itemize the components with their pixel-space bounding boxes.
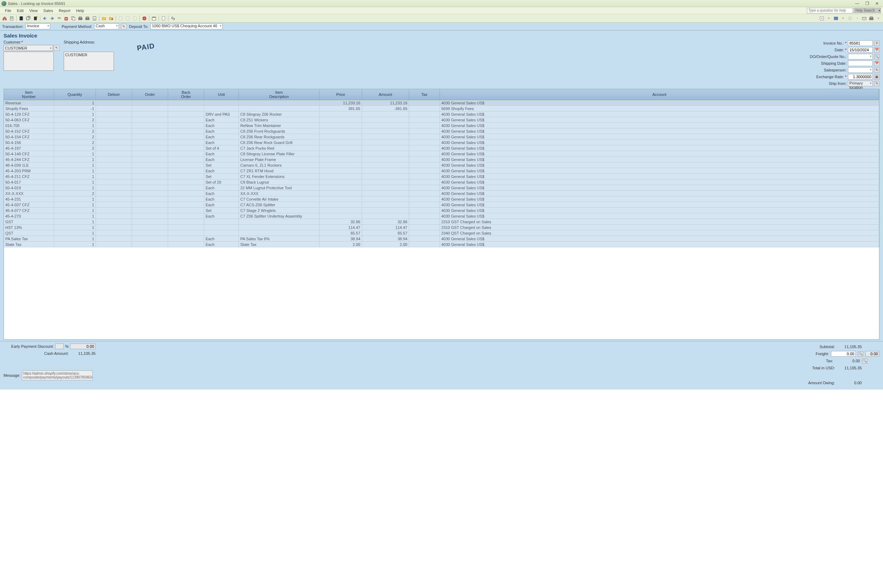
cell-account[interactable]: 4030 General Sales US$ bbox=[440, 236, 879, 241]
col-backorder[interactable]: Back Order bbox=[168, 89, 204, 100]
customer-address-box[interactable] bbox=[3, 52, 54, 71]
cell-backorder[interactable] bbox=[168, 100, 204, 105]
cell-deliver[interactable] bbox=[96, 236, 132, 241]
cell-desc[interactable]: 22 MM Lugnut Protective Tool bbox=[239, 185, 320, 190]
cell-backorder[interactable] bbox=[168, 106, 204, 111]
cell-qty[interactable]: 2 bbox=[54, 191, 96, 196]
cell-tax[interactable] bbox=[409, 151, 440, 156]
cell-account[interactable]: 4030 General Sales US$ bbox=[440, 213, 879, 219]
cell-unit[interactable]: Each bbox=[204, 196, 239, 202]
cell-item[interactable]: 45-4-203 PRM bbox=[4, 168, 54, 173]
freight-lookup-icon[interactable]: 🔍 bbox=[858, 351, 863, 357]
cell-item[interactable]: 50-4-063 CFZ bbox=[4, 117, 54, 122]
cell-unit[interactable]: Each bbox=[204, 191, 239, 196]
table-row[interactable]: 45-4-1972Set of 4C7 Jack Pucks Red4030 G… bbox=[4, 146, 879, 151]
cell-item[interactable]: HST 13% bbox=[4, 225, 54, 230]
cell-desc[interactable]: C7 ACS-Z06 Splitter bbox=[239, 202, 320, 207]
cell-amount[interactable]: 32.86 bbox=[362, 219, 409, 224]
cell-amount[interactable] bbox=[362, 174, 409, 179]
cell-account[interactable]: 2340 QST Charged on Sales bbox=[440, 230, 879, 236]
cell-qty[interactable]: 1 bbox=[54, 213, 96, 219]
cell-amount[interactable] bbox=[362, 208, 409, 213]
cell-price[interactable]: 2.00 bbox=[320, 242, 362, 247]
cell-account[interactable]: 4030 General Sales US$ bbox=[440, 174, 879, 179]
cell-backorder[interactable] bbox=[168, 128, 204, 134]
cell-backorder[interactable] bbox=[168, 230, 204, 236]
cell-price[interactable]: 32.86 bbox=[320, 219, 362, 224]
salesperson-select[interactable] bbox=[848, 67, 873, 73]
col-account[interactable]: Account bbox=[440, 89, 879, 100]
cell-account[interactable]: 4030 General Sales US$ bbox=[440, 168, 879, 173]
cell-amount[interactable] bbox=[362, 196, 409, 202]
cell-backorder[interactable] bbox=[168, 191, 204, 196]
cell-order[interactable] bbox=[132, 134, 168, 140]
cell-deliver[interactable] bbox=[96, 219, 132, 224]
table-row[interactable]: 48-4-039 1LE1SetCamaro 6, ZL1 Rockers403… bbox=[4, 162, 879, 168]
cell-deliver[interactable] bbox=[96, 100, 132, 105]
table-row[interactable]: 45-4-077 CFZ1SetC7 Stage 2 Winglets4030 … bbox=[4, 208, 879, 213]
r-tool2-icon[interactable] bbox=[833, 15, 839, 22]
cell-account[interactable]: 5699 Shopify Fees bbox=[440, 106, 879, 111]
invoice-no-input[interactable] bbox=[848, 40, 873, 46]
cut-icon[interactable]: ✂ bbox=[56, 15, 62, 22]
cell-deliver[interactable] bbox=[96, 202, 132, 207]
cell-item[interactable]: 45-4-197 bbox=[4, 146, 54, 151]
cell-price[interactable] bbox=[320, 179, 362, 184]
cell-desc[interactable]: C7 Stage 2 Winglets bbox=[239, 208, 320, 213]
copy-icon[interactable] bbox=[70, 15, 77, 22]
cell-amount[interactable] bbox=[362, 213, 409, 219]
cell-price[interactable] bbox=[320, 174, 362, 179]
table-row[interactable]: 45-4-037 CFZ1EachC7 ACS-Z06 Splitter4030… bbox=[4, 202, 879, 208]
cell-qty[interactable]: 1 bbox=[54, 196, 96, 202]
cell-account[interactable]: 4030 General Sales US$ bbox=[440, 117, 879, 122]
cell-tax[interactable] bbox=[409, 225, 440, 230]
cell-account[interactable]: 4030 General Sales US$ bbox=[440, 196, 879, 202]
cell-unit[interactable] bbox=[204, 225, 239, 230]
cell-qty[interactable]: 1 bbox=[54, 179, 96, 184]
cell-price[interactable] bbox=[320, 134, 362, 140]
cell-unit[interactable] bbox=[204, 106, 239, 111]
cell-tax[interactable] bbox=[409, 134, 440, 140]
cell-amount[interactable] bbox=[362, 191, 409, 196]
cell-item[interactable]: GST bbox=[4, 219, 54, 224]
cell-amount[interactable]: 11,233.16 bbox=[362, 100, 409, 105]
cell-qty[interactable]: 1 bbox=[54, 157, 96, 162]
cell-item[interactable]: 45-4-037 CFZ bbox=[4, 202, 54, 207]
cell-backorder[interactable] bbox=[168, 242, 204, 247]
cell-deliver[interactable] bbox=[96, 174, 132, 179]
cell-amount[interactable] bbox=[362, 146, 409, 151]
cell-tax[interactable] bbox=[409, 100, 440, 105]
cell-deliver[interactable] bbox=[96, 162, 132, 168]
cell-account[interactable]: 4030 General Sales US$ bbox=[440, 140, 879, 145]
cell-price[interactable] bbox=[320, 191, 362, 196]
cell-backorder[interactable] bbox=[168, 134, 204, 140]
r-mail-icon[interactable] bbox=[861, 15, 867, 22]
salesperson-edit-icon[interactable]: ✎ bbox=[874, 68, 880, 73]
home-icon[interactable] bbox=[2, 15, 8, 22]
menu-file[interactable]: File bbox=[2, 8, 14, 14]
cell-backorder[interactable] bbox=[168, 146, 204, 151]
doorder-select[interactable] bbox=[848, 54, 873, 59]
cell-deliver[interactable] bbox=[96, 151, 132, 156]
cell-order[interactable] bbox=[132, 128, 168, 134]
col-order[interactable]: Order bbox=[132, 89, 168, 100]
cell-item[interactable]: PA Sales Tax bbox=[4, 236, 54, 241]
cell-unit[interactable]: Set bbox=[204, 174, 239, 179]
cell-desc[interactable]: C8 Stingray License Plate Filler bbox=[239, 151, 320, 156]
cell-qty[interactable]: 1 bbox=[54, 219, 96, 224]
cell-backorder[interactable] bbox=[168, 196, 204, 202]
cell-unit[interactable]: DRV and PAS bbox=[204, 111, 239, 117]
col-quantity[interactable]: Quantity bbox=[54, 89, 96, 100]
cell-item[interactable]: 45-4-270 bbox=[4, 213, 54, 219]
cell-tax[interactable] bbox=[409, 140, 440, 145]
cell-backorder[interactable] bbox=[168, 174, 204, 179]
cell-order[interactable] bbox=[132, 174, 168, 179]
table-row[interactable]: Shopify Fees-1381.65-381.655699 Shopify … bbox=[4, 106, 879, 111]
cell-desc[interactable]: C8 Stingray Z06 Rocker bbox=[239, 111, 320, 117]
save-new-icon[interactable] bbox=[32, 15, 39, 22]
cell-deliver[interactable] bbox=[96, 230, 132, 236]
r-print-drop[interactable]: ▾ bbox=[875, 15, 881, 22]
doorder-lookup-icon[interactable]: 🔍 bbox=[874, 54, 880, 59]
date-calendar-icon[interactable]: 📅 bbox=[874, 47, 880, 53]
cell-unit[interactable]: Each bbox=[204, 157, 239, 162]
